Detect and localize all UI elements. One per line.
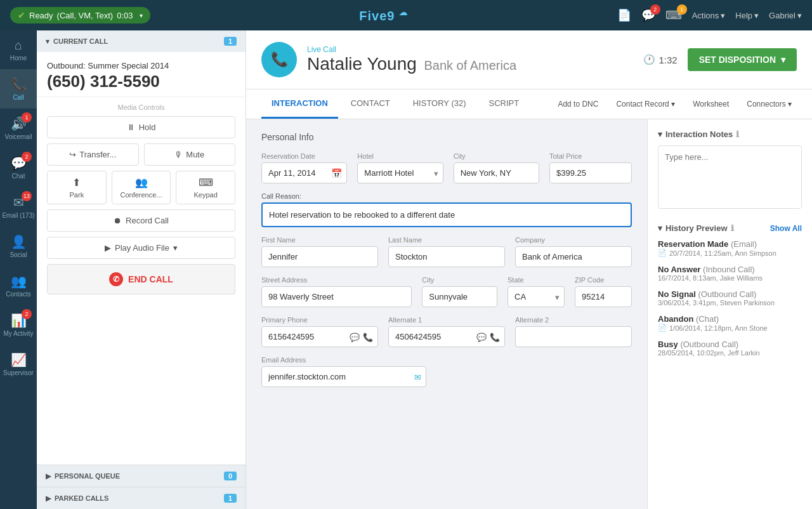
campaign-name: Summer Special 2014 (88, 61, 169, 70)
chat-alt1-icon[interactable]: 💬 (476, 332, 487, 341)
keypad-button[interactable]: ⌨ Keypad (176, 171, 235, 204)
history-items-list: Reservation Made (Email) 📄 20/7/2014, 11… (658, 239, 802, 357)
last-name-label: Last Name (388, 236, 505, 244)
sidebar-item-chat[interactable]: 💬 Chat 2 (0, 148, 37, 187)
top-nav-center: Five9 ☁ (359, 8, 408, 23)
park-button[interactable]: ⬆ Park (47, 171, 107, 204)
alt2-phone-group: Alternate 2 (515, 316, 632, 347)
alt1-phone-icons: 💬 📞 (476, 332, 500, 341)
content-area: Personal Info Reservation Date 📅 Hotel (246, 119, 812, 509)
history-info-icon: ℹ (731, 223, 734, 233)
top-nav: ✔ Ready (Call, VM, Text) 0:03 ▾ Five9 ☁ … (0, 0, 812, 30)
call-icon: 📞 (11, 77, 27, 92)
chat-sidebar-badge: 2 (22, 152, 32, 162)
hold-button[interactable]: ⏸ Hold (47, 116, 235, 138)
chat-phone-icon[interactable]: 💬 (350, 332, 360, 341)
sidebar-item-supervisor[interactable]: 📈 Supervisor (0, 345, 37, 384)
record-call-button[interactable]: ⏺ Record Call (47, 209, 235, 232)
last-name-input[interactable] (388, 246, 505, 267)
sidebar-item-email[interactable]: ✉ Email (173) 13 (0, 187, 37, 227)
keyboard-nav-btn[interactable]: ⌨ 1 (665, 8, 682, 22)
worksheet-button[interactable]: Worksheet (688, 96, 734, 112)
sidebar-item-my-activity[interactable]: 📊 My Activity 2 (0, 305, 37, 345)
call-phone-icon[interactable]: 📞 (363, 332, 373, 341)
sidebar-item-voicemail[interactable]: 🔊 Voicemail 1 (0, 109, 37, 148)
supervisor-icon: 📈 (11, 352, 27, 367)
interaction-notes-textarea[interactable] (658, 145, 802, 209)
hotel-group: Hotel Marriott Hotel Hilton Hotel Hyatt … (357, 152, 443, 183)
history-item-title: No Signal (Outbound Call) (658, 289, 802, 299)
play-label: Play Audio File (115, 243, 169, 253)
company-input[interactable] (515, 246, 632, 267)
transfer-button[interactable]: ↪ Transfer... (47, 143, 139, 166)
social-icon: 👤 (11, 234, 27, 249)
record-label: Record Call (126, 216, 169, 225)
top-nav-left: ✔ Ready (Call, VM, Text) 0:03 ▾ (10, 7, 150, 23)
state-select[interactable]: CA NY TX FL (508, 286, 565, 307)
help-nav-btn[interactable]: Help ▾ (735, 11, 759, 20)
email-envelope-icon: ✉ (414, 372, 421, 381)
contact-record-button[interactable]: Contact Record (611, 96, 680, 112)
current-call-header[interactable]: ▾ CURRENT CALL 1 (37, 30, 246, 52)
park-icon: ⬆ (72, 176, 81, 188)
hold-icon: ⏸ (127, 122, 135, 132)
show-all-link[interactable]: Show All (770, 224, 802, 233)
contacts-icon: 👥 (11, 274, 27, 289)
history-item-title: Abandon (Chat) (658, 314, 802, 324)
city-input[interactable] (454, 162, 539, 183)
play-audio-button[interactable]: ▶ Play Audio File ▾ (47, 237, 235, 259)
email-input[interactable] (261, 366, 426, 387)
tab-interaction[interactable]: INTERACTION (261, 89, 338, 119)
call-alt1-icon[interactable]: 📞 (490, 332, 500, 341)
document-nav-btn[interactable]: 📄 (617, 8, 631, 22)
icon-sidebar: ⌂ Home 📞 Call 🔊 Voicemail 1 💬 Chat 2 ✉ E… (0, 30, 37, 509)
history-item-meta: 📄 1/06/2014, 12:18pm, Ann Stone (658, 324, 802, 332)
alt2-phone-input[interactable] (515, 326, 632, 347)
city-label: City (454, 152, 539, 160)
tab-contact[interactable]: CONTACT (341, 89, 400, 119)
connectors-button[interactable]: Connectors (742, 96, 797, 112)
actions-nav-btn[interactable]: Actions ▾ (692, 11, 726, 20)
voicemail-badge: 1 (22, 112, 32, 122)
call-panel: ▾ CURRENT CALL 1 Outbound: Summer Specia… (37, 30, 246, 509)
zip-input[interactable] (575, 286, 632, 307)
address-city-input[interactable] (422, 286, 497, 307)
history-item-title: Reservation Made (Email) (658, 239, 802, 249)
primary-phone-wrapper: 💬 📞 (261, 326, 378, 347)
personal-queue-header[interactable]: ▶ PERSONAL QUEUE 0 (37, 465, 246, 487)
set-disposition-button[interactable]: SET DISPOSITION ▾ (688, 48, 797, 71)
interaction-notes-section: ▾ Interaction Notes ℹ (658, 129, 802, 211)
sidebar-item-voicemail-label: Voicemail (5, 133, 32, 140)
last-name-group: Last Name (388, 236, 505, 267)
alt2-label: Alternate 2 (515, 316, 632, 324)
set-disposition-chevron-icon: ▾ (781, 55, 785, 65)
mute-button[interactable]: 🎙 Mute (144, 143, 236, 166)
history-item-meta: 16/7/2014, 8:13am, Jake Williams (658, 274, 802, 282)
parked-calls-header[interactable]: ▶ PARKED CALLS 1 (37, 487, 246, 509)
personal-queue-count: 0 (224, 472, 237, 480)
sidebar-item-contacts[interactable]: 👥 Contacts (0, 266, 37, 305)
call-reason-input[interactable] (261, 202, 632, 227)
document-icon: 📄 (617, 9, 631, 22)
chat-nav-btn[interactable]: 💬 2 (641, 8, 655, 22)
notes-info-icon: ℹ (736, 129, 739, 139)
total-price-input[interactable] (549, 162, 632, 183)
sidebar-item-home[interactable]: ⌂ Home (0, 30, 37, 69)
sidebar-item-social[interactable]: 👤 Social (0, 227, 37, 266)
ready-badge[interactable]: ✔ Ready (Call, VM, Text) 0:03 ▾ (10, 7, 150, 23)
tab-history[interactable]: HISTORY (32) (403, 89, 476, 119)
add-to-dnc-button[interactable]: Add to DNC (553, 96, 603, 112)
history-item-meta: 📄 20/7/2014, 11:25am, Ann Simpson (658, 249, 802, 257)
user-nav-btn[interactable]: Gabriel ▾ (769, 11, 802, 20)
help-chevron-icon: ▾ (754, 11, 759, 20)
hotel-select[interactable]: Marriott Hotel Hilton Hotel Hyatt Hotel (357, 162, 443, 183)
tab-script[interactable]: SCRIPT (479, 89, 530, 119)
sidebar-item-call[interactable]: 📞 Call (0, 69, 37, 109)
address-city-label: City (422, 276, 497, 284)
form-row-1: Reservation Date 📅 Hotel Marriott Hotel … (261, 152, 632, 183)
parked-calls-label: PARKED CALLS (55, 494, 224, 502)
conference-button[interactable]: 👥 Conference... (112, 171, 171, 204)
street-address-input[interactable] (261, 286, 412, 307)
first-name-input[interactable] (261, 246, 378, 267)
end-call-button[interactable]: ✆ END CALL (47, 264, 235, 294)
